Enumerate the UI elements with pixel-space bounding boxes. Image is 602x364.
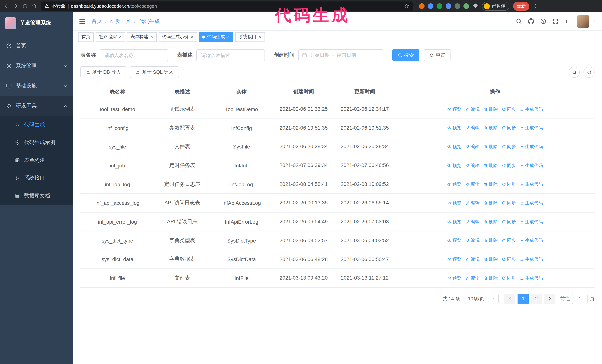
- forward-icon[interactable]: [13, 3, 19, 9]
- action-sync[interactable]: 同步: [501, 219, 516, 225]
- tab-form-builder[interactable]: 表单构建: [127, 32, 157, 42]
- back-icon[interactable]: [4, 3, 9, 9]
- action-delete[interactable]: 删除: [483, 238, 498, 244]
- action-generate[interactable]: 生成代码: [520, 200, 543, 206]
- close-icon[interactable]: [227, 35, 230, 39]
- close-icon[interactable]: [150, 35, 153, 39]
- tab-codegen[interactable]: 代码生成: [199, 32, 233, 42]
- sidebar-item-devtools[interactable]: 研发工具: [0, 96, 73, 116]
- action-generate[interactable]: 生成代码: [520, 162, 543, 169]
- page-size-select[interactable]: 10条/页: [464, 294, 499, 304]
- table-desc-input[interactable]: [196, 49, 265, 61]
- action-preview[interactable]: 预览: [447, 275, 462, 281]
- extension-icon-2[interactable]: [428, 3, 433, 9]
- extension-icon-4[interactable]: [446, 3, 451, 9]
- action-edit[interactable]: 编辑: [465, 106, 480, 112]
- user-avatar[interactable]: [577, 15, 589, 28]
- action-generate[interactable]: 生成代码: [520, 256, 543, 262]
- bookmark-star-icon[interactable]: [404, 3, 409, 9]
- action-sync[interactable]: 同步: [501, 275, 516, 281]
- extension-icon-5[interactable]: [455, 3, 460, 9]
- sidebar-subitem-codegen[interactable]: 代码生成: [0, 116, 73, 134]
- collapse-sidebar-icon[interactable]: [79, 18, 86, 25]
- sidebar-item-infra[interactable]: 基础设施: [0, 76, 73, 96]
- action-generate[interactable]: 生成代码: [520, 125, 543, 131]
- action-sync[interactable]: 同步: [501, 106, 516, 112]
- action-preview[interactable]: 预览: [447, 200, 462, 206]
- action-generate[interactable]: 生成代码: [520, 181, 543, 187]
- action-sync[interactable]: 同步: [501, 162, 516, 169]
- sidebar-subitem-api[interactable]: 系统接口: [0, 169, 73, 187]
- action-preview[interactable]: 预览: [447, 144, 462, 150]
- table-name-input[interactable]: [100, 49, 168, 61]
- extension-icon-1[interactable]: [419, 3, 425, 9]
- breadcrumb-item[interactable]: 研发工具: [110, 18, 131, 25]
- toggle-search-button[interactable]: [569, 67, 580, 78]
- extension-icon-6[interactable]: [463, 3, 469, 9]
- action-preview[interactable]: 预览: [447, 181, 462, 187]
- update-button[interactable]: 更新: [513, 2, 529, 10]
- github-icon[interactable]: [528, 18, 534, 24]
- action-edit[interactable]: 编辑: [465, 125, 480, 131]
- action-edit[interactable]: 编辑: [465, 275, 480, 281]
- reload-icon[interactable]: [22, 3, 28, 9]
- action-delete[interactable]: 删除: [483, 144, 498, 150]
- tab-home[interactable]: 首页: [78, 32, 94, 42]
- close-icon[interactable]: [190, 35, 194, 39]
- action-preview[interactable]: 预览: [447, 162, 462, 169]
- action-edit[interactable]: 编辑: [465, 238, 480, 244]
- action-edit[interactable]: 编辑: [465, 144, 480, 150]
- fullscreen-icon[interactable]: [552, 18, 559, 24]
- sidebar-subitem-form-builder[interactable]: 表单构建: [0, 151, 73, 169]
- action-generate[interactable]: 生成代码: [520, 275, 543, 281]
- action-generate[interactable]: 生成代码: [520, 219, 543, 225]
- action-sync[interactable]: 同步: [501, 144, 516, 150]
- breadcrumb-item[interactable]: 代码生成: [139, 18, 160, 25]
- close-icon[interactable]: [118, 35, 122, 39]
- action-delete[interactable]: 删除: [483, 162, 498, 169]
- page-button-1[interactable]: 1: [517, 294, 529, 304]
- action-delete[interactable]: 删除: [483, 256, 498, 262]
- action-sync[interactable]: 同步: [501, 125, 516, 131]
- action-edit[interactable]: 编辑: [465, 219, 480, 225]
- action-delete[interactable]: 删除: [483, 200, 498, 206]
- home-icon[interactable]: [32, 3, 37, 9]
- search-icon[interactable]: [516, 18, 522, 24]
- profile-paused-chip[interactable]: 已暂停: [482, 2, 509, 10]
- action-delete[interactable]: 删除: [483, 181, 498, 187]
- tab-tracer[interactable]: 链路追踪: [96, 32, 125, 42]
- import-sql-button[interactable]: 基于 SQL 导入: [130, 66, 179, 78]
- address-bar[interactable]: 不安全 dashboard.yudao.iocoder.cn/tool/code…: [41, 1, 413, 11]
- action-preview[interactable]: 预览: [447, 219, 462, 225]
- prev-page-button[interactable]: [504, 294, 515, 304]
- sidebar-subitem-codegen-example[interactable]: 代码生成示例: [0, 134, 73, 151]
- action-preview[interactable]: 预览: [447, 238, 462, 244]
- action-preview[interactable]: 预览: [447, 256, 462, 262]
- action-sync[interactable]: 同步: [501, 181, 516, 187]
- font-size-icon[interactable]: TT: [565, 18, 571, 24]
- action-sync[interactable]: 同步: [501, 200, 516, 206]
- action-edit[interactable]: 编辑: [465, 200, 480, 206]
- action-delete[interactable]: 删除: [483, 106, 498, 112]
- action-generate[interactable]: 生成代码: [520, 144, 543, 150]
- import-db-button[interactable]: 基于 DB 导入: [80, 66, 127, 78]
- date-range-picker[interactable]: 开始日期 - 结束日期: [298, 49, 383, 61]
- chevron-down-icon[interactable]: [592, 19, 596, 23]
- sidebar-item-system[interactable]: 系统管理: [0, 56, 73, 76]
- action-delete[interactable]: 删除: [483, 125, 498, 131]
- next-page-button[interactable]: [544, 294, 555, 304]
- reset-button[interactable]: 重置: [424, 49, 451, 61]
- action-delete[interactable]: 删除: [483, 219, 498, 225]
- action-edit[interactable]: 编辑: [465, 256, 480, 262]
- extensions-puzzle-icon[interactable]: [473, 3, 478, 9]
- action-sync[interactable]: 同步: [501, 256, 516, 262]
- breadcrumb-item[interactable]: 首页: [92, 18, 102, 25]
- action-generate[interactable]: 生成代码: [520, 106, 543, 112]
- sidebar-item-home[interactable]: 首页: [0, 36, 73, 56]
- action-preview[interactable]: 预览: [447, 125, 462, 131]
- action-edit[interactable]: 编辑: [465, 162, 480, 169]
- browser-menu-kebab-icon[interactable]: [533, 3, 538, 9]
- help-icon[interactable]: [540, 18, 547, 24]
- action-preview[interactable]: 预览: [447, 106, 462, 112]
- search-button[interactable]: 搜索: [392, 49, 419, 61]
